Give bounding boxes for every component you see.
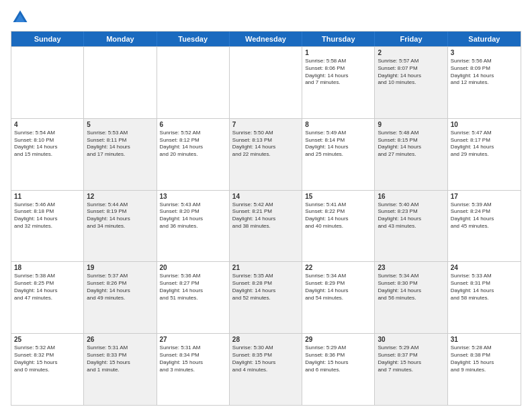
day-number: 5 <box>87 121 153 128</box>
day-info: Sunrise: 5:31 AM Sunset: 8:34 PM Dayligh… <box>160 345 226 373</box>
day-number: 19 <box>87 264 153 271</box>
day-cell-24: 24Sunrise: 5:33 AM Sunset: 8:31 PM Dayli… <box>448 262 521 333</box>
day-cell-14: 14Sunrise: 5:42 AM Sunset: 8:21 PM Dayli… <box>230 191 302 262</box>
day-cell-16: 16Sunrise: 5:40 AM Sunset: 8:23 PM Dayli… <box>375 191 447 262</box>
day-cell-12: 12Sunrise: 5:44 AM Sunset: 8:19 PM Dayli… <box>84 191 157 262</box>
day-cell-10: 10Sunrise: 5:47 AM Sunset: 8:17 PM Dayli… <box>448 119 521 190</box>
week-row-5: 25Sunrise: 5:32 AM Sunset: 8:32 PM Dayli… <box>11 333 521 405</box>
day-info: Sunrise: 5:40 AM Sunset: 8:23 PM Dayligh… <box>378 201 444 230</box>
day-info: Sunrise: 5:34 AM Sunset: 8:29 PM Dayligh… <box>305 273 371 302</box>
day-header-monday: Monday <box>84 32 157 46</box>
day-number: 6 <box>160 121 226 128</box>
day-cell-8: 8Sunrise: 5:49 AM Sunset: 8:14 PM Daylig… <box>302 119 375 190</box>
day-info: Sunrise: 5:35 AM Sunset: 8:28 PM Dayligh… <box>232 273 299 302</box>
day-cell-27: 27Sunrise: 5:31 AM Sunset: 8:34 PM Dayli… <box>157 334 230 405</box>
day-cell-5: 5Sunrise: 5:53 AM Sunset: 8:11 PM Daylig… <box>84 119 157 190</box>
logo-icon <box>11 8 30 27</box>
day-info: Sunrise: 5:43 AM Sunset: 8:20 PM Dayligh… <box>160 201 226 230</box>
day-info: Sunrise: 5:30 AM Sunset: 8:35 PM Dayligh… <box>232 345 299 373</box>
day-info: Sunrise: 5:53 AM Sunset: 8:11 PM Dayligh… <box>87 130 153 158</box>
logo <box>11 8 32 27</box>
week-row-1: 1Sunrise: 5:58 AM Sunset: 8:06 PM Daylig… <box>11 46 521 118</box>
day-cell-29: 29Sunrise: 5:29 AM Sunset: 8:36 PM Dayli… <box>302 334 375 405</box>
day-number: 22 <box>305 264 371 271</box>
day-info: Sunrise: 5:38 AM Sunset: 8:25 PM Dayligh… <box>14 273 81 302</box>
day-cell-2: 2Sunrise: 5:57 AM Sunset: 8:07 PM Daylig… <box>375 47 447 118</box>
day-number: 29 <box>305 336 371 343</box>
day-header-saturday: Saturday <box>448 32 521 46</box>
day-info: Sunrise: 5:48 AM Sunset: 8:15 PM Dayligh… <box>378 130 444 158</box>
day-cell-3: 3Sunrise: 5:56 AM Sunset: 8:09 PM Daylig… <box>448 47 521 118</box>
day-cell-6: 6Sunrise: 5:52 AM Sunset: 8:12 PM Daylig… <box>157 119 230 190</box>
week-row-2: 4Sunrise: 5:54 AM Sunset: 8:10 PM Daylig… <box>11 118 521 190</box>
day-number: 9 <box>378 121 444 128</box>
day-info: Sunrise: 5:28 AM Sunset: 8:38 PM Dayligh… <box>451 345 518 373</box>
day-info: Sunrise: 5:37 AM Sunset: 8:26 PM Dayligh… <box>87 273 153 302</box>
day-header-wednesday: Wednesday <box>230 32 302 46</box>
day-cell-31: 31Sunrise: 5:28 AM Sunset: 8:38 PM Dayli… <box>448 334 521 405</box>
day-number: 25 <box>14 336 81 343</box>
week-row-4: 18Sunrise: 5:38 AM Sunset: 8:25 PM Dayli… <box>11 261 521 333</box>
day-info: Sunrise: 5:54 AM Sunset: 8:10 PM Dayligh… <box>14 130 81 158</box>
day-info: Sunrise: 5:41 AM Sunset: 8:22 PM Dayligh… <box>305 201 371 230</box>
day-info: Sunrise: 5:36 AM Sunset: 8:27 PM Dayligh… <box>160 273 226 302</box>
day-cell-18: 18Sunrise: 5:38 AM Sunset: 8:25 PM Dayli… <box>11 262 84 333</box>
day-info: Sunrise: 5:47 AM Sunset: 8:17 PM Dayligh… <box>451 130 518 158</box>
week-row-3: 11Sunrise: 5:46 AM Sunset: 8:18 PM Dayli… <box>11 190 521 262</box>
day-info: Sunrise: 5:56 AM Sunset: 8:09 PM Dayligh… <box>451 58 518 87</box>
day-cell-25: 25Sunrise: 5:32 AM Sunset: 8:32 PM Dayli… <box>11 334 84 405</box>
day-cell-26: 26Sunrise: 5:31 AM Sunset: 8:33 PM Dayli… <box>84 334 157 405</box>
day-number: 18 <box>14 264 81 271</box>
day-number: 28 <box>232 336 299 343</box>
day-number: 8 <box>305 121 371 128</box>
day-info: Sunrise: 5:58 AM Sunset: 8:06 PM Dayligh… <box>305 58 371 87</box>
day-number: 12 <box>87 193 153 200</box>
day-cell-30: 30Sunrise: 5:29 AM Sunset: 8:37 PM Dayli… <box>375 334 447 405</box>
calendar: SundayMondayTuesdayWednesdayThursdayFrid… <box>11 31 521 406</box>
day-number: 4 <box>14 121 81 128</box>
day-info: Sunrise: 5:50 AM Sunset: 8:13 PM Dayligh… <box>232 130 299 158</box>
day-number: 23 <box>378 264 444 271</box>
day-cell-17: 17Sunrise: 5:39 AM Sunset: 8:24 PM Dayli… <box>448 191 521 262</box>
day-cell-1: 1Sunrise: 5:58 AM Sunset: 8:06 PM Daylig… <box>302 47 375 118</box>
day-number: 21 <box>232 264 299 271</box>
day-cell-13: 13Sunrise: 5:43 AM Sunset: 8:20 PM Dayli… <box>157 191 230 262</box>
day-info: Sunrise: 5:39 AM Sunset: 8:24 PM Dayligh… <box>451 201 518 230</box>
day-info: Sunrise: 5:29 AM Sunset: 8:36 PM Dayligh… <box>305 345 371 373</box>
day-number: 14 <box>232 193 299 200</box>
day-header-thursday: Thursday <box>302 32 375 46</box>
day-number: 24 <box>451 264 518 271</box>
day-info: Sunrise: 5:31 AM Sunset: 8:33 PM Dayligh… <box>87 345 153 373</box>
day-cell-15: 15Sunrise: 5:41 AM Sunset: 8:22 PM Dayli… <box>302 191 375 262</box>
day-number: 17 <box>451 193 518 200</box>
day-cell-4: 4Sunrise: 5:54 AM Sunset: 8:10 PM Daylig… <box>11 119 84 190</box>
day-cell-28: 28Sunrise: 5:30 AM Sunset: 8:35 PM Dayli… <box>230 334 302 405</box>
header <box>11 8 521 27</box>
empty-cell <box>157 47 230 118</box>
day-info: Sunrise: 5:44 AM Sunset: 8:19 PM Dayligh… <box>87 201 153 230</box>
page: SundayMondayTuesdayWednesdayThursdayFrid… <box>0 0 532 411</box>
day-number: 10 <box>451 121 518 128</box>
day-cell-19: 19Sunrise: 5:37 AM Sunset: 8:26 PM Dayli… <box>84 262 157 333</box>
day-info: Sunrise: 5:33 AM Sunset: 8:31 PM Dayligh… <box>451 273 518 302</box>
calendar-header: SundayMondayTuesdayWednesdayThursdayFrid… <box>11 32 521 46</box>
day-cell-7: 7Sunrise: 5:50 AM Sunset: 8:13 PM Daylig… <box>230 119 302 190</box>
day-number: 31 <box>451 336 518 343</box>
day-number: 27 <box>160 336 226 343</box>
day-info: Sunrise: 5:52 AM Sunset: 8:12 PM Dayligh… <box>160 130 226 158</box>
day-header-friday: Friday <box>375 32 447 46</box>
day-info: Sunrise: 5:32 AM Sunset: 8:32 PM Dayligh… <box>14 345 81 373</box>
day-number: 13 <box>160 193 226 200</box>
empty-cell <box>11 47 84 118</box>
day-info: Sunrise: 5:57 AM Sunset: 8:07 PM Dayligh… <box>378 58 444 87</box>
day-number: 3 <box>451 49 518 56</box>
day-number: 7 <box>232 121 299 128</box>
day-info: Sunrise: 5:34 AM Sunset: 8:30 PM Dayligh… <box>378 273 444 302</box>
empty-cell <box>230 47 302 118</box>
day-cell-11: 11Sunrise: 5:46 AM Sunset: 8:18 PM Dayli… <box>11 191 84 262</box>
day-cell-9: 9Sunrise: 5:48 AM Sunset: 8:15 PM Daylig… <box>375 119 447 190</box>
day-cell-22: 22Sunrise: 5:34 AM Sunset: 8:29 PM Dayli… <box>302 262 375 333</box>
day-cell-23: 23Sunrise: 5:34 AM Sunset: 8:30 PM Dayli… <box>375 262 447 333</box>
day-number: 11 <box>14 193 81 200</box>
day-info: Sunrise: 5:46 AM Sunset: 8:18 PM Dayligh… <box>14 201 81 230</box>
